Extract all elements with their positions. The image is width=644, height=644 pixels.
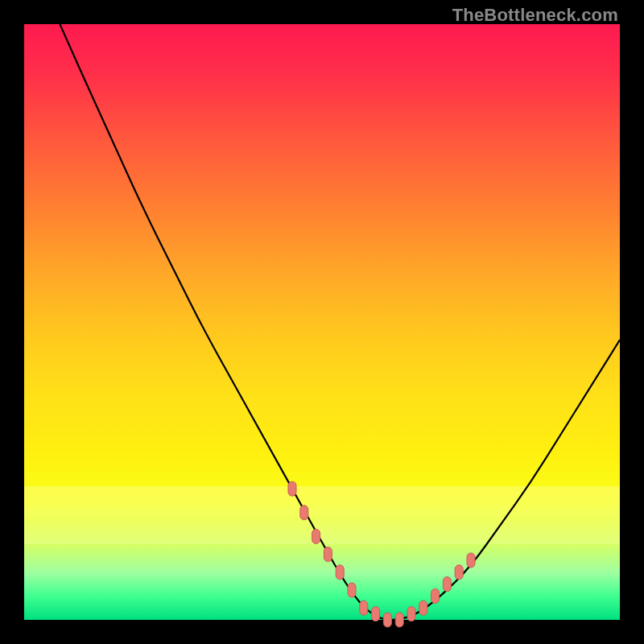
curve-marker bbox=[300, 506, 308, 520]
bottleneck-curve bbox=[60, 24, 620, 620]
curve-marker bbox=[372, 607, 380, 621]
curve-marker bbox=[455, 565, 463, 580]
chart-frame: TheBottleneck.com bbox=[0, 0, 644, 644]
curve-marker bbox=[431, 588, 440, 603]
chart-svg bbox=[24, 24, 620, 620]
curve-marker bbox=[419, 601, 427, 615]
curve-marker bbox=[467, 553, 475, 568]
highlighted-markers bbox=[288, 481, 475, 627]
curve-marker bbox=[324, 547, 332, 562]
curve-marker bbox=[383, 613, 391, 627]
curve-marker bbox=[312, 529, 320, 543]
curve-marker bbox=[443, 577, 451, 592]
curve-marker bbox=[348, 583, 356, 597]
curve-marker bbox=[407, 607, 415, 621]
curve-marker bbox=[360, 601, 368, 615]
curve-marker bbox=[336, 565, 344, 580]
watermark-text: TheBottleneck.com bbox=[452, 5, 618, 26]
curve-marker bbox=[288, 481, 296, 496]
curve-marker bbox=[395, 613, 403, 627]
